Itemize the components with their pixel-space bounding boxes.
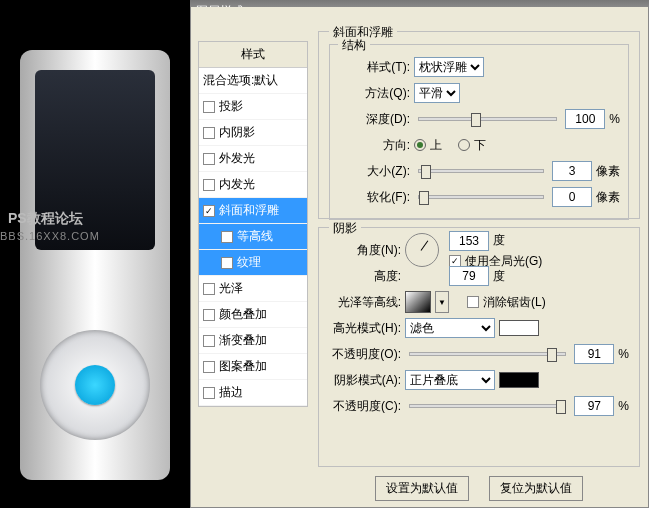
button-bar: 设置为默认值 复位为默认值: [318, 476, 640, 501]
altitude-label: 高度:: [329, 268, 401, 285]
sidebar-label-3: 内发光: [219, 176, 255, 193]
sidebar-label-6: 纹理: [237, 254, 261, 271]
sidebar-item-2[interactable]: 外发光: [199, 146, 307, 172]
technique-label: 方法(Q):: [338, 85, 410, 102]
sidebar-label-0: 投影: [219, 98, 243, 115]
hop-label: 不透明度(O):: [329, 346, 401, 363]
sidebar-checkbox-9[interactable]: [203, 335, 215, 347]
sidebar-checkbox-4[interactable]: [203, 205, 215, 217]
gloss-contour-dropdown[interactable]: ▼: [435, 291, 449, 313]
size-input[interactable]: [552, 161, 592, 181]
antialias-checkbox[interactable]: [467, 296, 479, 308]
hmode-label: 高光模式(H):: [329, 320, 401, 337]
sidebar-item-7[interactable]: 光泽: [199, 276, 307, 302]
style-select[interactable]: 枕状浮雕: [414, 57, 484, 77]
shadow-color-swatch[interactable]: [499, 372, 539, 388]
sidebar-label-10: 图案叠加: [219, 358, 267, 375]
sidebar-item-9[interactable]: 渐变叠加: [199, 328, 307, 354]
sidebar-label-9: 渐变叠加: [219, 332, 267, 349]
depth-input[interactable]: [565, 109, 605, 129]
shading-title: 阴影: [329, 220, 361, 237]
highlight-color-swatch[interactable]: [499, 320, 539, 336]
sidebar-item-4[interactable]: 斜面和浮雕: [199, 198, 307, 224]
soften-unit: 像素: [596, 189, 620, 206]
sidebar-blend-options[interactable]: 混合选项:默认: [199, 68, 307, 94]
sidebar-item-6[interactable]: 纹理: [199, 250, 307, 276]
structure-title: 结构: [338, 37, 370, 54]
smode-select[interactable]: 正片叠底: [405, 370, 495, 390]
down-label: 下: [474, 137, 486, 154]
make-default-button[interactable]: 设置为默认值: [375, 476, 469, 501]
direction-down-radio[interactable]: [458, 139, 470, 151]
up-label: 上: [430, 137, 442, 154]
shadow-opacity-input[interactable]: [574, 396, 614, 416]
sop-unit: %: [618, 399, 629, 413]
sidebar-label-4: 斜面和浮雕: [219, 202, 279, 219]
technique-select[interactable]: 平滑: [414, 83, 460, 103]
sidebar-item-10[interactable]: 图案叠加: [199, 354, 307, 380]
sidebar-item-11[interactable]: 描边: [199, 380, 307, 406]
structure-group: 结构 样式(T): 枕状浮雕 方法(Q): 平滑 深度(D): % 方向: 上 …: [329, 44, 629, 220]
smode-label: 阴影模式(A):: [329, 372, 401, 389]
soften-slider[interactable]: [418, 195, 544, 199]
mp3-center-button: [75, 365, 115, 405]
angle-input[interactable]: [449, 231, 489, 251]
sidebar-checkbox-2[interactable]: [203, 153, 215, 165]
hop-unit: %: [618, 347, 629, 361]
sidebar-item-0[interactable]: 投影: [199, 94, 307, 120]
mp3-body: [20, 50, 170, 480]
blend-label: 混合选项:默认: [203, 72, 278, 89]
canvas-area: PS教程论坛 BBS.16XX8.COM: [0, 0, 190, 508]
hmode-select[interactable]: 滤色: [405, 318, 495, 338]
size-unit: 像素: [596, 163, 620, 180]
shading-panel: 阴影 角度(N): 度 使用全局光(G) 高度: 度 光泽等高线:: [318, 227, 640, 467]
sidebar-item-5[interactable]: 等高线: [199, 224, 307, 250]
watermark-2: BBS.16XX8.COM: [0, 230, 100, 242]
sidebar-checkbox-7[interactable]: [203, 283, 215, 295]
styles-sidebar: 样式 混合选项:默认 投影内阴影外发光内发光斜面和浮雕等高线纹理光泽颜色叠加渐变…: [198, 41, 308, 407]
highlight-opacity-slider[interactable]: [409, 352, 566, 356]
sidebar-label-1: 内阴影: [219, 124, 255, 141]
sidebar-item-8[interactable]: 颜色叠加: [199, 302, 307, 328]
sidebar-checkbox-8[interactable]: [203, 309, 215, 321]
sidebar-item-1[interactable]: 内阴影: [199, 120, 307, 146]
direction-up-radio[interactable]: [414, 139, 426, 151]
gloss-contour-swatch[interactable]: [405, 291, 431, 313]
sidebar-label-5: 等高线: [237, 228, 273, 245]
depth-slider[interactable]: [418, 117, 557, 121]
sidebar-checkbox-3[interactable]: [203, 179, 215, 191]
style-label: 样式(T):: [338, 59, 410, 76]
sidebar-checkbox-11[interactable]: [203, 387, 215, 399]
sidebar-item-3[interactable]: 内发光: [199, 172, 307, 198]
watermark-1: PS教程论坛: [8, 210, 83, 228]
sidebar-label-11: 描边: [219, 384, 243, 401]
depth-unit: %: [609, 112, 620, 126]
layer-style-dialog: 样式 混合选项:默认 投影内阴影外发光内发光斜面和浮雕等高线纹理光泽颜色叠加渐变…: [190, 7, 649, 508]
gloss-label: 光泽等高线:: [329, 294, 401, 311]
altitude-input[interactable]: [449, 266, 489, 286]
sidebar-label-8: 颜色叠加: [219, 306, 267, 323]
depth-label: 深度(D):: [338, 111, 410, 128]
sidebar-checkbox-10[interactable]: [203, 361, 215, 373]
antialias-label: 消除锯齿(L): [483, 294, 546, 311]
size-label: 大小(Z):: [338, 163, 410, 180]
sidebar-checkbox-0[interactable]: [203, 101, 215, 113]
sop-label: 不透明度(C):: [329, 398, 401, 415]
sidebar-label-2: 外发光: [219, 150, 255, 167]
sidebar-checkbox-5[interactable]: [221, 231, 233, 243]
size-slider[interactable]: [418, 169, 544, 173]
shadow-opacity-slider[interactable]: [409, 404, 566, 408]
sidebar-checkbox-6[interactable]: [221, 257, 233, 269]
altitude-unit: 度: [493, 268, 505, 285]
sidebar-header[interactable]: 样式: [199, 42, 307, 68]
highlight-opacity-input[interactable]: [574, 344, 614, 364]
angle-widget[interactable]: [405, 233, 439, 267]
reset-default-button[interactable]: 复位为默认值: [489, 476, 583, 501]
angle-label: 角度(N):: [329, 242, 401, 259]
sidebar-label-7: 光泽: [219, 280, 243, 297]
soften-input[interactable]: [552, 187, 592, 207]
sidebar-checkbox-1[interactable]: [203, 127, 215, 139]
angle-unit: 度: [493, 232, 505, 249]
bevel-panel: 斜面和浮雕 结构 样式(T): 枕状浮雕 方法(Q): 平滑 深度(D): % …: [318, 31, 640, 219]
direction-label: 方向:: [338, 137, 410, 154]
